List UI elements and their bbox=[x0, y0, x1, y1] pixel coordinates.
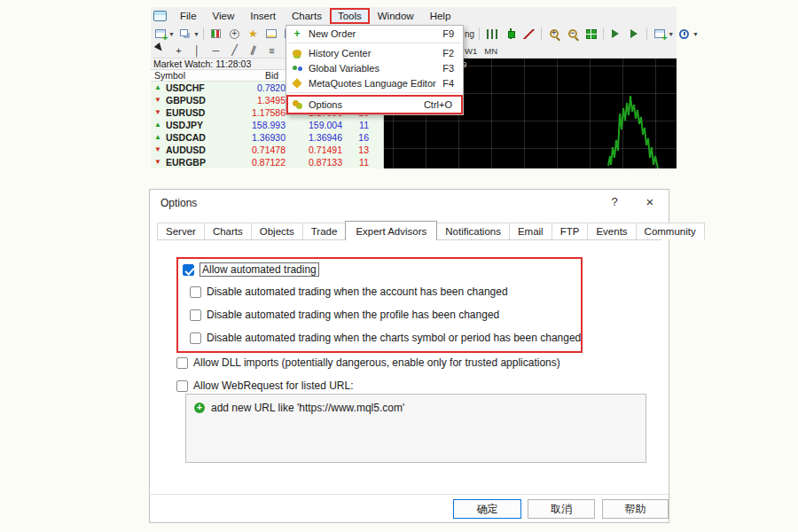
cursor-icon[interactable] bbox=[152, 43, 168, 58]
line-chart-icon[interactable] bbox=[520, 27, 537, 41]
dialog-title: Options bbox=[160, 197, 197, 209]
menu-separator bbox=[288, 92, 461, 93]
menu-view[interactable]: View bbox=[205, 9, 243, 23]
new-chart-green-icon[interactable] bbox=[651, 27, 668, 41]
trendline-icon[interactable]: ╱ bbox=[226, 43, 243, 58]
options-icon bbox=[290, 100, 304, 109]
market-watch-icon[interactable] bbox=[207, 27, 224, 41]
tab-server[interactable]: Server bbox=[157, 223, 205, 239]
timeframe-w1[interactable]: W1 bbox=[465, 46, 477, 56]
menu-tools[interactable]: Tools bbox=[330, 8, 370, 24]
autotrading-label-partial[interactable]: ng bbox=[465, 29, 474, 39]
navigator-icon[interactable]: ★ bbox=[245, 27, 262, 41]
mql-editor-icon bbox=[290, 80, 304, 87]
menu-separator bbox=[288, 43, 461, 43]
add-url-icon[interactable]: + bbox=[194, 403, 205, 413]
tab-trade[interactable]: Trade bbox=[302, 223, 347, 239]
menu-item-options[interactable]: OptionsCtrl+O bbox=[286, 95, 463, 114]
chart-shift-icon[interactable] bbox=[626, 27, 643, 41]
zoom-in-icon[interactable] bbox=[545, 27, 562, 41]
tab-charts[interactable]: Charts bbox=[204, 223, 252, 239]
dialog-help-button[interactable]: ? bbox=[606, 195, 622, 208]
menu-item-new-order[interactable]: + New OrderF9 bbox=[286, 26, 463, 41]
timeframe-mn[interactable]: MN bbox=[484, 46, 497, 56]
menu-item-mql-editor[interactable]: MetaQuotes Language EditorF4 bbox=[286, 75, 463, 90]
dialog-titlebar: Options ? × bbox=[150, 190, 669, 216]
checkbox-disable-on-account-change[interactable]: Disable automated trading when the accou… bbox=[190, 285, 508, 299]
cancel-button[interactable]: 取消 bbox=[528, 499, 595, 519]
fibonacci-icon[interactable]: ≡ bbox=[263, 43, 280, 58]
menu-file[interactable]: File bbox=[172, 9, 205, 23]
chevron-down-icon[interactable]: ▼ bbox=[668, 31, 674, 37]
tab-objects[interactable]: Objects bbox=[251, 223, 303, 239]
table-row[interactable]: ▼AUDUSD0.714780.7149113 bbox=[151, 144, 383, 156]
column-symbol[interactable]: Symbol bbox=[154, 70, 185, 82]
table-row[interactable]: ▼EURGBP0.871220.8713311 bbox=[151, 156, 383, 168]
table-row[interactable]: ▲USDJPY158.993159.00411 bbox=[151, 119, 383, 131]
menu-charts[interactable]: Charts bbox=[284, 9, 330, 23]
periods-clock-icon[interactable] bbox=[676, 27, 692, 41]
close-icon[interactable]: × bbox=[642, 194, 658, 209]
up-arrow-icon: ▲ bbox=[154, 131, 161, 144]
profiles-icon[interactable] bbox=[176, 27, 193, 41]
down-arrow-icon: ▼ bbox=[154, 94, 161, 106]
tab-events[interactable]: Events bbox=[587, 223, 636, 239]
menu-window[interactable]: Window bbox=[370, 9, 422, 23]
menu-item-history-center[interactable]: History CenterF2 bbox=[286, 45, 463, 60]
new-order-icon: + bbox=[290, 27, 304, 40]
checkbox-icon[interactable] bbox=[176, 380, 188, 392]
checkbox-allow-dll-imports[interactable]: Allow DLL imports (potentially dangerous… bbox=[176, 356, 560, 370]
menu-item-global-variables[interactable]: Global VariablesF3 bbox=[286, 60, 463, 75]
data-window-icon[interactable] bbox=[226, 27, 243, 41]
horizontal-line-icon[interactable]: ─ bbox=[207, 43, 224, 58]
menu-bar: File View Insert Charts Tools Window Hel… bbox=[151, 7, 677, 25]
bar-chart-icon[interactable] bbox=[483, 27, 500, 41]
down-arrow-icon: ▼ bbox=[154, 106, 161, 119]
checkbox-icon[interactable] bbox=[190, 332, 201, 344]
checkbox-icon[interactable] bbox=[176, 357, 188, 369]
options-dialog: Options ? × Server Charts Objects Trade … bbox=[149, 189, 669, 523]
checkbox-allow-webrequest[interactable]: Allow WebRequest for listed URL: bbox=[176, 379, 354, 393]
add-url-hint[interactable]: add new URL like 'https://www.mql5.com' bbox=[211, 402, 404, 414]
down-arrow-icon: ▼ bbox=[154, 156, 161, 168]
checkbox-icon[interactable] bbox=[190, 286, 201, 298]
equidistant-channel-icon[interactable]: ∥ bbox=[245, 43, 262, 58]
crosshair-icon[interactable]: + bbox=[170, 43, 187, 58]
tab-notifications[interactable]: Notifications bbox=[436, 223, 510, 239]
checkbox-disable-on-profile-change[interactable]: Disable automated trading when the profi… bbox=[190, 308, 499, 322]
webrequest-url-list[interactable]: + add new URL like 'https://www.mql5.com… bbox=[185, 394, 646, 463]
down-arrow-icon: ▼ bbox=[154, 144, 161, 156]
vertical-line-icon[interactable]: │ bbox=[189, 43, 206, 58]
history-center-icon bbox=[290, 50, 304, 57]
checkbox-checked-icon[interactable] bbox=[183, 264, 194, 276]
up-arrow-icon: ▲ bbox=[154, 82, 161, 94]
help-button[interactable]: 帮助 bbox=[602, 499, 669, 519]
global-variables-icon bbox=[290, 66, 304, 70]
tab-strip: Server Charts Objects Trade Expert Advis… bbox=[157, 223, 661, 240]
tile-windows-icon[interactable] bbox=[583, 27, 599, 41]
checkbox-allow-automated-trading[interactable]: Allow automated trading bbox=[183, 262, 319, 277]
checkbox-icon[interactable] bbox=[190, 309, 201, 321]
chevron-down-icon[interactable]: ▼ bbox=[692, 31, 699, 37]
candlestick-chart-icon[interactable] bbox=[502, 27, 519, 41]
timeframe-bar: W1 MN bbox=[463, 43, 497, 59]
ok-button[interactable]: 确定 bbox=[453, 499, 521, 519]
new-chart-icon[interactable] bbox=[152, 27, 168, 41]
mt4-window: File View Insert Charts Tools Window Hel… bbox=[151, 7, 677, 168]
terminal-icon[interactable] bbox=[263, 27, 280, 41]
auto-scroll-icon[interactable] bbox=[607, 27, 624, 41]
zoom-out-icon[interactable] bbox=[564, 27, 581, 41]
tab-ftp[interactable]: FTP bbox=[552, 223, 589, 239]
up-arrow-icon: ▲ bbox=[154, 119, 161, 131]
tab-email[interactable]: Email bbox=[509, 223, 552, 239]
table-row[interactable]: ▲USDCAD1.369301.3694616 bbox=[151, 131, 383, 144]
tab-community[interactable]: Community bbox=[636, 223, 705, 239]
tab-expert-advisors[interactable]: Expert Advisors bbox=[345, 221, 437, 240]
app-icon bbox=[153, 11, 167, 21]
column-bid[interactable]: Bid bbox=[265, 70, 278, 82]
menu-insert[interactable]: Insert bbox=[242, 9, 284, 23]
chevron-down-icon[interactable]: ▼ bbox=[193, 31, 200, 37]
menu-help[interactable]: Help bbox=[422, 9, 459, 23]
checkbox-disable-on-symbol-period-change[interactable]: Disable automated trading when the chart… bbox=[190, 331, 581, 345]
chevron-down-icon[interactable]: ▼ bbox=[168, 31, 175, 37]
